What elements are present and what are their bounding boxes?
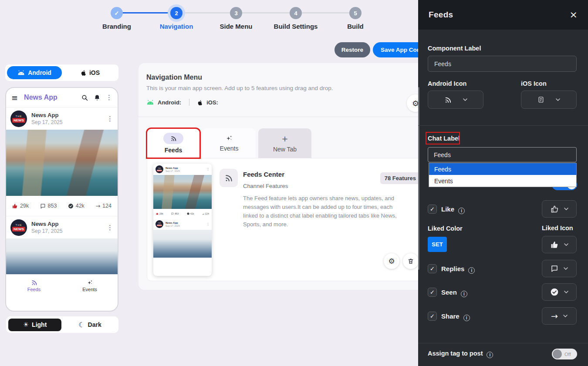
chat-label-select[interactable]: Feeds	[428, 147, 577, 162]
comment-icon	[171, 212, 174, 215]
share-checkbox[interactable]: ✓	[428, 312, 437, 321]
post-header: THE NEWS News App Sep 17, 2025 ⋮	[153, 164, 212, 175]
liked-icon-dropdown[interactable]	[542, 236, 577, 253]
like-checkbox[interactable]: ✓	[428, 205, 437, 214]
share-icon-dropdown[interactable]: →	[542, 307, 577, 325]
info-icon[interactable]: i	[463, 315, 470, 321]
tab-feeds[interactable]: Feeds	[147, 128, 200, 158]
seen-label-text: Seen	[441, 289, 457, 296]
step-side-menu[interactable]: 3 Side Menu	[210, 4, 262, 30]
step-branding[interactable]: ✓ Branding	[91, 4, 143, 30]
chevron-down-icon	[563, 315, 568, 317]
post-stats: 29k 853 42k → 124	[6, 196, 118, 216]
option-feeds[interactable]: Feeds	[429, 163, 576, 175]
seen-checkbox[interactable]: ✓	[428, 288, 437, 297]
menu-icon[interactable]: ≡	[11, 93, 18, 102]
sparkle-icon	[87, 279, 93, 286]
set-color-button[interactable]: SET	[428, 237, 447, 252]
replies-checkbox[interactable]: ✓	[428, 264, 437, 273]
android-icon	[146, 100, 154, 105]
divider	[189, 99, 189, 106]
info-icon[interactable]: i	[458, 208, 465, 214]
kebab-menu-icon[interactable]: ⋮	[106, 94, 112, 101]
seen-count: 42k	[190, 212, 194, 215]
bell-icon[interactable]	[94, 94, 101, 101]
seen-icon-dropdown[interactable]	[542, 283, 577, 301]
reply-stat[interactable]: 853	[40, 203, 57, 209]
section-title: Navigation Menu	[146, 74, 202, 81]
dark-mode-button[interactable]: ☾ Dark	[61, 321, 118, 329]
moon-icon: ☾	[78, 321, 84, 329]
tab-new-tab[interactable]: + New Tab	[258, 128, 311, 158]
info-icon[interactable]: i	[487, 352, 493, 358]
apple-icon	[81, 69, 87, 76]
feature-tabs: Feeds Events + New Tab	[147, 128, 311, 158]
share-stat[interactable]: → 124	[95, 203, 112, 209]
post-author: News App	[31, 221, 107, 227]
replies-label-text: Replies	[441, 265, 464, 272]
divider	[139, 117, 427, 117]
thumbs-up-outline-icon	[551, 205, 559, 213]
divider	[418, 343, 588, 343]
info-icon[interactable]: i	[468, 267, 475, 274]
tab-label: New Tab	[273, 146, 297, 153]
component-label-input[interactable]: Feeds	[428, 56, 577, 72]
step-label: Side Menu	[210, 23, 262, 30]
option-events[interactable]: Events	[429, 175, 576, 187]
phone-app-bar: ≡ News App ⋮	[6, 88, 118, 107]
feature-description: The Feed feature lets app owners share n…	[243, 194, 400, 229]
comment-icon	[40, 203, 46, 209]
step-label: Branding	[91, 23, 143, 30]
step-label: Build	[329, 23, 382, 30]
chat-label-annotation	[426, 132, 460, 144]
step-build-settings[interactable]: 4 Build Settings	[270, 4, 322, 30]
mini-phone-preview[interactable]: THE NEWS News App Sep 17, 2025 ⋮ 29k 853…	[153, 164, 212, 276]
restore-button[interactable]: Restore	[335, 42, 370, 57]
tab-events[interactable]: Events	[203, 128, 256, 158]
android-label: Android:	[158, 99, 181, 106]
seen-stat[interactable]: 42k	[68, 203, 84, 209]
post-author: News App	[166, 167, 206, 169]
like-icon-dropdown[interactable]	[542, 200, 577, 218]
avatar-text: THE	[158, 168, 161, 169]
replies-icon-dropdown[interactable]	[542, 260, 577, 277]
ios-toggle-button[interactable]: iOS	[62, 69, 118, 76]
arrow-right-icon: →	[551, 311, 558, 321]
assign-tag-toggle[interactable]: Off	[552, 349, 577, 359]
like-label: Likei	[441, 205, 465, 214]
arrow-right-icon: →	[202, 212, 204, 215]
step-build[interactable]: 5 Build	[329, 4, 382, 30]
post-header: THE NEWS News App Sep 17, 2025 ⋮	[6, 107, 118, 130]
panel-title: Feeds	[429, 10, 453, 20]
bottom-nav-feeds[interactable]: Feeds	[6, 275, 62, 297]
thumbs-up-icon	[156, 212, 159, 215]
android-toggle-button[interactable]: Android	[7, 66, 62, 79]
kebab-menu-icon[interactable]: ⋮	[107, 115, 113, 123]
feature-delete-button[interactable]	[403, 253, 419, 269]
post-stats: 29k 853 42k →124	[153, 209, 212, 218]
bottom-nav-events[interactable]: Events	[62, 275, 118, 297]
light-mode-button[interactable]: ☀ Light	[8, 319, 61, 331]
phone-preview: ≡ News App ⋮ THE NEWS News App Sep 17, 2…	[5, 87, 118, 312]
info-icon[interactable]: i	[461, 291, 467, 297]
kebab-menu-icon[interactable]: ⋮	[107, 224, 113, 232]
feature-settings-button[interactable]: ⚙	[384, 253, 399, 269]
step-number: 3	[230, 7, 242, 19]
search-icon[interactable]	[81, 94, 88, 101]
post-date: Sep 17, 2025	[166, 225, 206, 227]
like-stat[interactable]: 29k	[12, 203, 29, 209]
ios-icon-label: iOS Icon	[521, 80, 547, 87]
toggle-knob	[553, 349, 562, 359]
plus-icon: +	[281, 134, 288, 143]
like-count: 29k	[20, 203, 29, 209]
android-toggle-label: Android	[28, 69, 51, 76]
dark-label: Dark	[88, 321, 101, 328]
close-icon[interactable]: ×	[570, 10, 578, 20]
ios-label: iOS:	[206, 99, 218, 106]
step-navigation[interactable]: 2 Navigation	[150, 4, 203, 30]
chat-label-menu: Feeds Events	[429, 163, 577, 187]
ios-icon-dropdown[interactable]	[521, 91, 577, 109]
android-icon-dropdown[interactable]	[428, 91, 483, 109]
chevron-down-icon	[564, 208, 568, 210]
scrollbar[interactable]	[418, 87, 419, 270]
